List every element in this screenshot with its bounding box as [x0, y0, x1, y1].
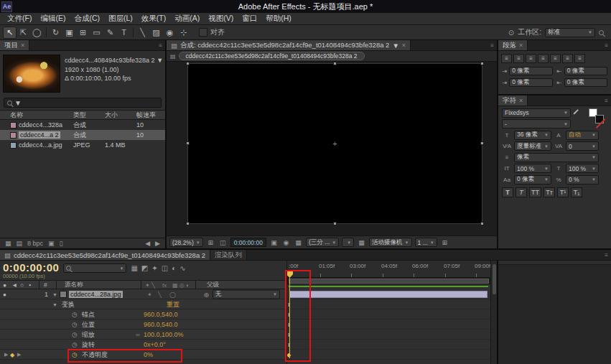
property-row-anchor[interactable]: ◷ 锚点 960.0,540.0 — [0, 309, 286, 319]
project-item-row[interactable]: cddecc4...a.jpg JPEG 1.4 MB — [0, 140, 165, 150]
brush-tool[interactable]: ╲ — [136, 27, 149, 39]
space-before-field[interactable]: 0 像素 — [564, 78, 607, 87]
kerning-field[interactable]: 度量标准 ▼ — [514, 141, 551, 151]
safe-zones-icon[interactable]: ⊞ — [206, 239, 215, 246]
flowchart-icon[interactable]: ▤ — [170, 53, 176, 60]
panel-menu-icon[interactable]: ≡ — [605, 252, 608, 258]
eye-column-icon[interactable]: ● — [3, 281, 6, 289]
keyframe-navigator-icon[interactable]: ◆ — [10, 351, 14, 358]
justify-last-right-icon[interactable]: ≡ — [562, 54, 573, 63]
mask-visibility-icon[interactable]: ◫ — [218, 239, 228, 246]
scrollbar-thumb[interactable] — [493, 264, 496, 294]
align-right-icon[interactable]: ≡ — [526, 54, 536, 63]
footage-thumbnail[interactable] — [3, 55, 60, 93]
clone-stamp-tool[interactable]: ▨ — [149, 27, 163, 39]
project-search-input[interactable]: ▼ — [4, 98, 162, 108]
tab-composition-viewer[interactable]: ▤ 合成: cddecc42c11c3ee53e5d98c2af14cf9e_t… — [167, 40, 411, 50]
parent-dropdown[interactable]: 无 ▼ — [213, 289, 280, 299]
link-icon[interactable]: ∞ — [136, 331, 140, 337]
justify-all-icon[interactable]: ≡ — [574, 54, 585, 63]
dropdown-caret-icon[interactable]: ▼ — [392, 42, 398, 50]
property-value[interactable]: 960.0,540.0 — [144, 321, 178, 328]
superscript-button[interactable]: T¹ — [557, 187, 569, 197]
menu-layer[interactable]: 图层(L) — [104, 14, 137, 24]
column-size[interactable]: 大小 — [105, 111, 136, 120]
tab-render-queue[interactable]: 渲染队列 — [210, 250, 247, 260]
selection-handle[interactable] — [480, 141, 484, 145]
color-depth[interactable]: 8 bpc — [27, 240, 43, 247]
faux-italic-button[interactable]: T — [516, 187, 527, 197]
dropdown-caret-icon[interactable]: ▼ — [157, 57, 162, 64]
graph-editor-icon[interactable]: ∿ — [179, 264, 185, 272]
hide-shy-icon[interactable]: ✦ — [151, 264, 157, 272]
rotate-tool[interactable]: ↻ — [49, 27, 62, 39]
property-name[interactable]: 锚点 — [82, 309, 95, 319]
selection-handle[interactable] — [333, 62, 337, 65]
work-area-bar[interactable] — [287, 278, 490, 284]
eye-icon[interactable]: ● — [3, 291, 6, 297]
layer-row[interactable]: ● 1 ▼ cddecc4...28a.jpg ✦ ╲ ◯ ◎ 无 ▼ — [0, 289, 286, 299]
current-timecode[interactable]: 0:00:00:00 — [3, 262, 59, 273]
menu-animation[interactable]: 动画(A) — [170, 14, 204, 24]
stopwatch-icon[interactable]: ◷ — [72, 311, 78, 318]
property-value[interactable]: 960.0,540.0 — [144, 311, 178, 318]
tab-paragraph[interactable]: 段落 × — [498, 40, 528, 50]
property-track[interactable] — [287, 309, 490, 319]
baseline-shift-field[interactable]: 0 像素 ▼ — [514, 175, 551, 185]
eyedropper-icon[interactable] — [573, 109, 580, 116]
channels-icon[interactable]: ▦ — [294, 239, 303, 246]
stopwatch-icon[interactable]: ◷ — [72, 341, 78, 348]
selection-handle[interactable] — [186, 62, 190, 65]
indent-left-field[interactable]: 0 像素 — [509, 67, 552, 75]
property-row-rotation[interactable]: ◷ 旋转 0x+0.0° — [0, 340, 286, 350]
project-table-header[interactable]: 名称 类型 大小 帧速率 — [0, 110, 165, 120]
zoom-dropdown[interactable]: (28.2%) ▼ — [169, 238, 203, 247]
snapshot-icon[interactable]: ▣ — [269, 239, 279, 246]
menu-help[interactable]: 帮助(H) — [261, 14, 296, 24]
stopwatch-icon[interactable]: ◷ — [72, 351, 78, 358]
panel-menu-icon[interactable]: ≡ — [159, 42, 162, 49]
time-ruler[interactable]: :00f 01:05f 03:00f 04:05f 06:00f 07:05f … — [287, 261, 490, 278]
menu-file[interactable]: 文件(F) — [3, 14, 36, 24]
view-layout-dropdown[interactable]: 1 ... ▼ — [415, 238, 437, 247]
prev-keyframe-icon[interactable]: ▶ — [4, 352, 8, 358]
menu-window[interactable]: 窗口 — [238, 14, 261, 24]
column-name[interactable]: 名称 — [0, 111, 73, 120]
selection-handle[interactable] — [480, 222, 484, 225]
horizontal-scale-field[interactable]: 100 % ▼ — [566, 164, 599, 173]
lock-column-icon[interactable]: ▪ — [29, 281, 31, 289]
leading-field[interactable]: 自动 ▼ — [566, 131, 599, 140]
twirl-open-icon[interactable]: ▼ — [52, 291, 57, 297]
menu-effect[interactable]: 效果(T) — [137, 14, 170, 24]
property-row-opacity[interactable]: ▶ ◆ ▶ ◷ 不透明度 0% — [0, 350, 286, 360]
solo-column-icon[interactable]: ○ — [20, 281, 24, 289]
align-left-icon[interactable]: ≡ — [501, 54, 512, 63]
stopwatch-icon[interactable]: ◷ — [72, 331, 78, 338]
column-framerate[interactable]: 帧速率 — [136, 111, 164, 120]
selection-handle[interactable] — [480, 62, 484, 65]
layer-label-chip[interactable] — [60, 291, 67, 298]
scroll-right-icon[interactable]: ▶ — [155, 240, 160, 247]
tsume-field[interactable]: 0 % ▼ — [566, 175, 599, 185]
next-keyframe-icon[interactable]: ▶ — [17, 352, 21, 358]
stroke-width-field[interactable]: 像素 ▼ — [514, 153, 599, 162]
opacity-keyframe-icon[interactable]: ◆ — [287, 352, 291, 358]
close-icon[interactable]: × — [519, 97, 523, 104]
panel-menu-icon[interactable]: ≡ — [605, 98, 608, 104]
first-line-indent-field[interactable]: 0 像素 — [509, 78, 552, 87]
selection-handle[interactable] — [186, 222, 190, 225]
scroll-left-icon[interactable]: ◀ — [145, 240, 150, 247]
comp-mini-flowchart-icon[interactable]: ▦ — [131, 264, 137, 272]
motion-blur-switch-icon[interactable]: ◯ — [169, 291, 176, 297]
menu-composition[interactable]: 合成(C) — [70, 14, 104, 24]
layer-track[interactable] — [287, 289, 490, 299]
snap-toggle-icon[interactable] — [199, 28, 207, 37]
breadcrumb-comp-name[interactable]: cddecc42c11c3ee53e5d98c2af14cf9e_t014084… — [179, 52, 365, 60]
layer-duration-bar[interactable] — [289, 291, 488, 298]
project-item-row[interactable]: cddecc4...328a 合成 10 — [0, 120, 165, 130]
quality-switch-icon[interactable]: ✦ — [147, 291, 152, 297]
tracking-field[interactable]: 0 ▼ — [566, 141, 599, 151]
type-tool[interactable]: T — [117, 27, 131, 39]
tab-timeline-comp[interactable]: ▤ cddecc42c11c3ee53e5d98c2af14cf9e_t0140… — [0, 250, 210, 260]
shape-tool[interactable]: ▭ — [90, 27, 103, 39]
